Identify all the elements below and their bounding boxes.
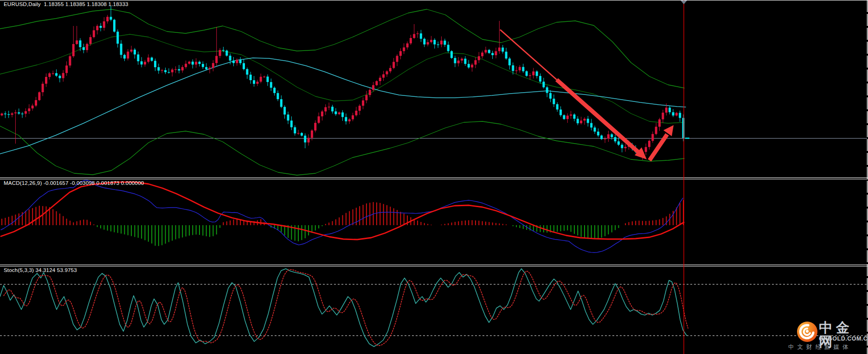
trading-chart-window: EURUSD,Daily 1.18355 1.18385 1.18308 1.1… xyxy=(0,0,868,354)
chart-canvas[interactable] xyxy=(0,0,868,354)
cngold-logo-tagline: 中文财经新媒体 xyxy=(788,343,867,351)
chart-background xyxy=(0,0,868,354)
cngold-logo-icon xyxy=(797,322,817,342)
macd-indicator-label: MACD(12,26,9) -0.001657 -0.003098 0.0018… xyxy=(4,180,144,186)
cngold-watermark: 中金网 CNGOLD.COM.CN 中文财经新媒体 xyxy=(787,320,867,352)
symbol-ohlc-label: EURUSD,Daily 1.18355 1.18385 1.18308 1.1… xyxy=(4,1,129,7)
stoch-indicator-label: Stoch(5,3,3) 34.3124 53.9753 xyxy=(4,267,77,273)
cngold-logo-domain: CNGOLD.COM.CN xyxy=(819,335,867,342)
current-price-dash xyxy=(685,138,689,139)
